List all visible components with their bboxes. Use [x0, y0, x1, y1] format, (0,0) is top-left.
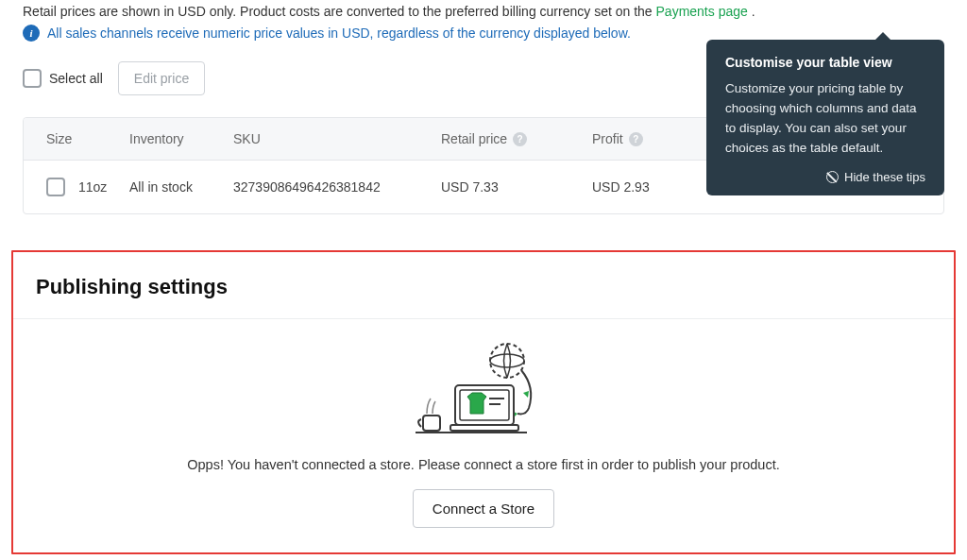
- payments-page-link[interactable]: Payments page: [656, 4, 748, 19]
- th-size: Size: [24, 118, 118, 160]
- th-retail: Retail price ?: [430, 118, 581, 160]
- select-all-control[interactable]: Select all: [23, 69, 103, 88]
- publishing-message: Opps! You haven't connected a store. Ple…: [13, 457, 954, 472]
- th-inventory: Inventory: [118, 118, 222, 160]
- th-sku: SKU: [222, 118, 430, 160]
- help-icon[interactable]: ?: [513, 132, 527, 146]
- td-retail: USD 7.33: [430, 166, 581, 208]
- svg-point-2: [490, 354, 524, 367]
- td-size: 11oz: [24, 164, 118, 210]
- info-icon: i: [23, 25, 40, 42]
- svg-rect-5: [450, 425, 518, 431]
- pricing-notice-prefix: Retail prices are shown in USD only. Pro…: [23, 4, 656, 19]
- pricing-notice-suffix: .: [752, 4, 755, 19]
- select-all-label: Select all: [49, 71, 103, 86]
- th-retail-label: Retail price: [441, 131, 507, 146]
- select-all-checkbox[interactable]: [23, 69, 42, 88]
- svg-rect-8: [423, 416, 440, 431]
- cancel-icon: [826, 171, 839, 183]
- tooltip-title: Customise your table view: [725, 55, 925, 70]
- publishing-title: Publishing settings: [13, 252, 954, 318]
- info-message: All sales channels receive numeric price…: [47, 25, 631, 41]
- divider: [13, 318, 954, 319]
- size-value: 11oz: [78, 179, 107, 195]
- td-inventory: All in stock: [118, 166, 222, 208]
- th-profit: Profit ?: [581, 118, 694, 160]
- column-view-tooltip: Customise your table view Customize your…: [706, 40, 944, 195]
- td-profit: USD 2.93: [581, 166, 694, 208]
- th-profit-label: Profit: [592, 131, 623, 146]
- edit-price-button[interactable]: Edit price: [118, 61, 205, 95]
- connect-store-button[interactable]: Connect a Store: [413, 489, 554, 528]
- td-sku: 32739086496426381842: [222, 166, 430, 208]
- tooltip-arrow: [874, 32, 891, 41]
- svg-point-1: [490, 344, 524, 378]
- pricing-notice: Retail prices are shown in USD only. Pro…: [23, 4, 944, 19]
- tooltip-body: Customize your pricing table by choosing…: [725, 79, 925, 159]
- row-checkbox[interactable]: [46, 178, 65, 196]
- illustration: [13, 340, 954, 444]
- hide-tips-link[interactable]: Hide these tips: [725, 170, 925, 184]
- hide-tips-label: Hide these tips: [844, 170, 925, 184]
- help-icon[interactable]: ?: [629, 132, 643, 146]
- publishing-settings-card: Publishing settings: [11, 250, 956, 554]
